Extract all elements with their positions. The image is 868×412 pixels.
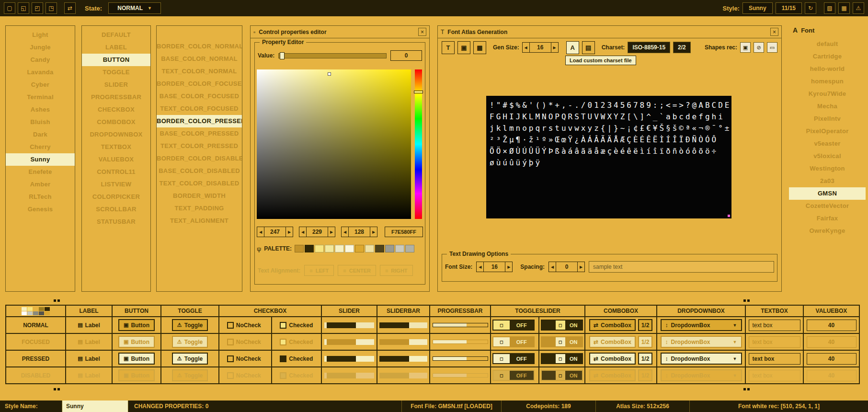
- property-list-item[interactable]: TEXT_COLOR_PRESSED: [157, 140, 242, 152]
- palette-swatch[interactable]: [295, 245, 304, 252]
- random-style-button[interactable]: ⇄: [64, 2, 76, 14]
- font-size-value[interactable]: 16: [484, 262, 505, 272]
- preview-combobox[interactable]: ⇄ ComboBox: [589, 336, 636, 348]
- control-list-item[interactable]: COMBOBOX: [82, 116, 150, 128]
- preview-combobox[interactable]: ⇄ ComboBox: [589, 319, 636, 331]
- font-list-item[interactable]: Westington: [789, 162, 866, 175]
- property-list-item[interactable]: BASE_COLOR_DISABLED: [157, 165, 242, 177]
- charset-file-button[interactable]: ▤: [582, 41, 595, 54]
- theme-list-item[interactable]: Cherry: [6, 141, 75, 153]
- preview-dropdownbox[interactable]: ↕ DropdownBox ▼: [661, 369, 742, 381]
- shapes-rec-fill-button[interactable]: ▣: [740, 42, 751, 53]
- style-name-input[interactable]: Sunny: [62, 401, 128, 412]
- checkbox-box-checked[interactable]: [280, 339, 286, 345]
- preview-checkbox-checked[interactable]: Checked: [271, 351, 321, 366]
- preview-toggleslider-on[interactable]: ◻ ON: [541, 353, 583, 364]
- theme-list-item[interactable]: Lavanda: [6, 66, 75, 79]
- preview-checkbox-checked[interactable]: Checked: [271, 334, 321, 350]
- preview-textbox[interactable]: text box: [749, 370, 800, 381]
- control-list-item[interactable]: STATUSBAR: [82, 216, 150, 228]
- palette-swatch[interactable]: [335, 245, 344, 252]
- theme-list-item[interactable]: Cyber: [6, 79, 75, 91]
- close-button[interactable]: ×: [770, 28, 778, 36]
- combobox-counter[interactable]: 1/2: [638, 336, 652, 348]
- preview-toggleslider-off[interactable]: ◻ OFF: [492, 370, 535, 381]
- spinner-left-icon[interactable]: ◀: [548, 262, 556, 272]
- spinner-left-icon[interactable]: ◀: [522, 42, 530, 53]
- hex-value-box[interactable]: F7E580FF: [385, 227, 423, 237]
- property-list-item[interactable]: BASE_COLOR_PRESSED: [157, 127, 242, 140]
- preview-checkbox-unchecked[interactable]: NoCheck: [219, 317, 269, 333]
- preview-button[interactable]: ▣ Button: [118, 369, 155, 381]
- font-list-item[interactable]: Kyrou7Wide: [789, 88, 866, 100]
- theme-list-item[interactable]: Ashes: [6, 103, 75, 116]
- checkbox-box-checked[interactable]: [280, 372, 286, 379]
- preview-toggleslider-on[interactable]: ◻ ON: [541, 336, 583, 347]
- preview-dropdownbox[interactable]: ↕ DropdownBox ▼: [661, 336, 742, 348]
- theme-list-item[interactable]: Dark: [6, 128, 75, 141]
- property-list-item[interactable]: BORDER_COLOR_DISABLED: [157, 152, 242, 165]
- control-list-item[interactable]: COLORPICKER: [82, 191, 150, 203]
- control-list-item[interactable]: LABEL: [82, 41, 150, 54]
- checkbox-box[interactable]: [227, 339, 234, 345]
- atlas-window-titlebar[interactable]: T Font Atlas Generation ×: [438, 26, 781, 38]
- property-list-item[interactable]: TEXT_COLOR_FOCUSED: [157, 103, 242, 115]
- preview-toggleslider-on[interactable]: ◻ ON: [541, 370, 583, 381]
- palette-swatch[interactable]: [325, 245, 334, 252]
- atlas-black-mode-button[interactable]: ▩: [473, 41, 486, 54]
- preview-toggle[interactable]: ⚠ Toggle: [172, 353, 208, 365]
- preview-button[interactable]: ▣ Button: [118, 319, 155, 331]
- control-list-item[interactable]: TOGGLE: [82, 66, 150, 79]
- palette-swatch[interactable]: [355, 245, 364, 252]
- preview-valuebox[interactable]: 40: [807, 353, 857, 365]
- palette-swatch[interactable]: [345, 245, 354, 252]
- control-list-item[interactable]: DROPDOWNBOX: [82, 128, 150, 141]
- controls-table-button[interactable]: ▦: [838, 2, 850, 14]
- open-style-button[interactable]: ◱: [18, 2, 29, 14]
- spinner-right-icon[interactable]: ▶: [370, 227, 377, 237]
- spinner-left-icon[interactable]: ◀: [299, 227, 307, 237]
- shapes-rec-outline-button[interactable]: ▭: [767, 42, 777, 53]
- align-center-button[interactable]: ≡CENTER: [338, 265, 376, 276]
- theme-list-item[interactable]: RLTech: [6, 191, 75, 203]
- theme-list-item[interactable]: Terminal: [6, 91, 75, 103]
- theme-list-item[interactable]: Sunny: [6, 153, 75, 166]
- font-list-item[interactable]: homespun: [789, 75, 866, 88]
- theme-list-item[interactable]: Amber: [6, 178, 75, 191]
- export-image-button[interactable]: ▧: [824, 2, 835, 14]
- export-style-button[interactable]: ◳: [46, 2, 57, 14]
- preview-toggleslider-off[interactable]: ◻ OFF: [492, 336, 535, 347]
- font-list-item[interactable]: PixelOperator: [789, 125, 866, 137]
- theme-list-item[interactable]: Enefete: [6, 166, 75, 178]
- font-list-item[interactable]: hello-world: [789, 63, 866, 75]
- preview-sliderbar[interactable]: [379, 356, 427, 362]
- property-list-item[interactable]: TEXT_COLOR_DISABLED: [157, 177, 242, 190]
- theme-list-item[interactable]: Candy: [6, 54, 75, 66]
- checkbox-box[interactable]: [227, 372, 234, 379]
- spinner-left-icon[interactable]: ◀: [476, 262, 484, 272]
- preview-dropdownbox[interactable]: ↕ DropdownBox ▼: [661, 353, 742, 365]
- font-list-item[interactable]: v5loxical: [789, 150, 866, 162]
- preview-checkbox-checked[interactable]: Checked: [271, 367, 321, 383]
- control-list-item[interactable]: CHECKBOX: [82, 103, 150, 116]
- font-list-item[interactable]: Cartridge: [789, 50, 866, 63]
- palette-swatch[interactable]: [395, 245, 404, 252]
- control-list-item[interactable]: SCROLLBAR: [82, 203, 150, 216]
- control-list-item[interactable]: PROGRESSBAR: [82, 91, 150, 103]
- close-button[interactable]: ×: [418, 28, 426, 36]
- checkbox-box[interactable]: [227, 355, 234, 362]
- charset-value[interactable]: ISO-8859-15: [628, 42, 670, 53]
- atlas-white-mode-button[interactable]: ▣: [457, 41, 470, 54]
- checkbox-box-checked[interactable]: [280, 322, 286, 329]
- palette-swatch[interactable]: [365, 245, 374, 252]
- combobox-counter[interactable]: 1/2: [638, 319, 652, 331]
- spinner-left-icon[interactable]: ◀: [341, 227, 349, 237]
- property-list-item[interactable]: TEXT_COLOR_NORMAL: [157, 65, 242, 78]
- red-value[interactable]: 247: [264, 227, 286, 237]
- align-left-button[interactable]: ≡LEFT: [304, 265, 334, 276]
- preview-textbox[interactable]: text box: [749, 320, 800, 331]
- preview-toggle[interactable]: ⚠ Toggle: [172, 369, 208, 381]
- preview-toggle[interactable]: ⚠ Toggle: [172, 336, 208, 348]
- preview-slider[interactable]: [324, 339, 374, 345]
- preview-toggleslider-on[interactable]: ◻ ON: [541, 320, 583, 331]
